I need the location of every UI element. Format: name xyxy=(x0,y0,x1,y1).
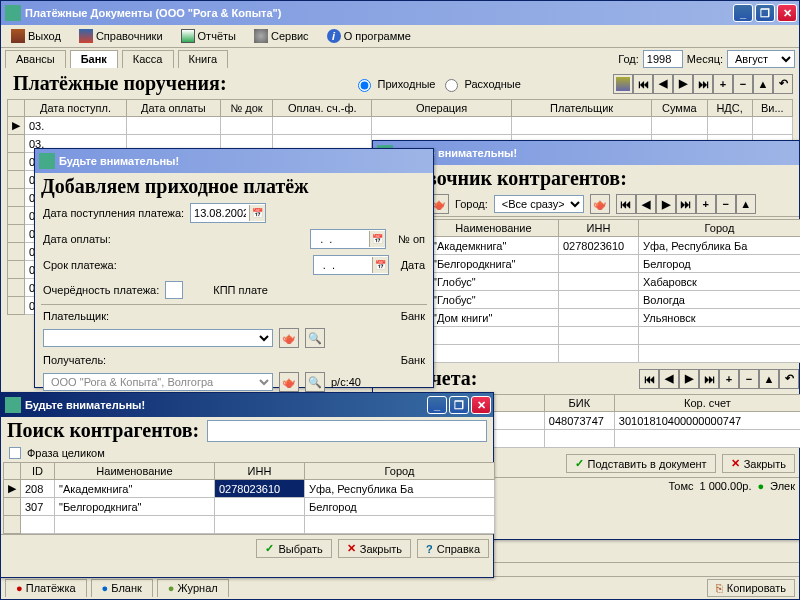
col-payer[interactable]: Плательщик xyxy=(512,100,652,117)
table-row: ▶208"Академкнига"0278023610Уфа, Республи… xyxy=(376,237,801,255)
table-row xyxy=(376,327,801,345)
col-op[interactable]: Операция xyxy=(372,100,512,117)
tab-bank[interactable]: Банк xyxy=(70,50,118,68)
nav-last[interactable]: ⏭ xyxy=(676,194,696,214)
nav-add[interactable]: + xyxy=(696,194,716,214)
copy-button[interactable]: ⎘Копировать xyxy=(707,579,795,597)
nav-next[interactable]: ▶ xyxy=(673,74,693,94)
btab-payment[interactable]: ● Платёжка xyxy=(5,579,87,597)
nav-del[interactable]: − xyxy=(716,194,736,214)
add-heading: Добавляем приходное платёж xyxy=(35,173,433,200)
radio-outgoing[interactable] xyxy=(445,79,458,92)
city-select[interactable]: <Все сразу> xyxy=(494,195,584,213)
col-no[interactable]: № док xyxy=(220,100,272,117)
table-row: 440"Глобус"Хабаровск xyxy=(376,273,801,291)
minimize-button[interactable]: _ xyxy=(427,396,447,414)
main-titlebar: Платёжные Документы (ООО "Рога & Копыта"… xyxy=(1,1,799,25)
table-row xyxy=(4,516,495,534)
kettle-icon[interactable]: 🫖 xyxy=(279,328,299,348)
col-more[interactable]: Ви... xyxy=(752,100,792,117)
menu-refs[interactable]: Справочники xyxy=(73,27,169,45)
ref-grid: IDНаименованиеИННГород ▶208"Академкнига"… xyxy=(375,219,800,363)
add-window: Будьте внимательны! Добавляем приходное … xyxy=(34,148,434,388)
table-row: 531"Дом книги"Ульяновск xyxy=(376,309,801,327)
table-row: 307"Белгородкнига"Белгород xyxy=(4,498,495,516)
ref-close-button[interactable]: ✕Закрыть xyxy=(722,454,795,473)
col-sum[interactable]: Сумма xyxy=(652,100,707,117)
btab-blank[interactable]: ● Бланк xyxy=(91,579,153,597)
close-button[interactable]: ✕ xyxy=(777,4,797,22)
col-paid-inv[interactable]: Оплач. сч.-ф. xyxy=(273,100,372,117)
main-title: Платёжные Документы (ООО "Рога & Копыта"… xyxy=(25,7,733,19)
search-input[interactable] xyxy=(207,420,487,442)
report-icon xyxy=(181,29,195,43)
filter-icon[interactable] xyxy=(613,74,633,94)
ref-toolbar: 📄 📋 🫖 Город: <Все сразу> 🫖 ⏮ ◀ ▶ ⏭ + − ▲ xyxy=(373,192,799,217)
year-input[interactable] xyxy=(643,50,683,68)
nav-edit[interactable]: ▲ xyxy=(736,194,756,214)
whole-phrase-checkbox[interactable] xyxy=(9,447,21,459)
tab-advances[interactable]: Авансы xyxy=(5,50,66,68)
table-row: 593"Глобус"Вологда xyxy=(376,291,801,309)
tab-cash[interactable]: Касса xyxy=(122,50,174,68)
table-row: ▶03. xyxy=(8,117,793,135)
ref-title: Будьте внимательны! xyxy=(397,147,797,159)
payee-select[interactable]: ООО "Рога & Копыта", Волгогра xyxy=(43,373,273,391)
nav-first[interactable]: ⏮ xyxy=(616,194,636,214)
calendar-icon[interactable]: 📅 xyxy=(369,231,385,247)
page-heading: Платёжные поручения: xyxy=(7,70,233,97)
date-pay-input[interactable] xyxy=(311,232,369,246)
nav-add[interactable]: + xyxy=(713,74,733,94)
main-tabs: Авансы Банк Касса Книга Год: Месяц: Авгу… xyxy=(1,48,799,70)
kettle-icon-2[interactable]: 🫖 xyxy=(590,194,610,214)
col-date-in[interactable]: Дата поступл. xyxy=(25,100,127,117)
menu-exit[interactable]: Выход xyxy=(5,27,67,45)
insert-button[interactable]: ✓Подставить в документ xyxy=(566,454,716,473)
btab-journal[interactable]: ● Журнал xyxy=(157,579,229,597)
month-select[interactable]: Август xyxy=(727,50,795,68)
menu-service[interactable]: Сервис xyxy=(248,27,315,45)
select-button[interactable]: ✓Выбрать xyxy=(256,539,331,558)
payer-select[interactable] xyxy=(43,329,273,347)
nav-first[interactable]: ⏮ xyxy=(633,74,653,94)
ref-heading: Справочник контрагентов: xyxy=(373,165,799,192)
books-icon xyxy=(79,29,93,43)
nav-edit[interactable]: ▲ xyxy=(753,74,773,94)
due-input[interactable] xyxy=(314,258,372,272)
minimize-button[interactable]: _ xyxy=(733,4,753,22)
maximize-button[interactable]: ❐ xyxy=(755,4,775,22)
order-input[interactable] xyxy=(165,281,183,299)
gear-icon xyxy=(254,29,268,43)
col-date-pay[interactable]: Дата оплаты xyxy=(126,100,220,117)
month-label: Месяц: xyxy=(687,53,723,65)
ref-nav: ⏮ ◀ ▶ ⏭ + − ▲ xyxy=(616,194,756,214)
search-close-button[interactable]: ✕Закрыть xyxy=(338,539,411,558)
nav-del[interactable]: − xyxy=(733,74,753,94)
nav-next[interactable]: ▶ xyxy=(656,194,676,214)
help-button[interactable]: ?Справка xyxy=(417,539,489,558)
nav-prev[interactable]: ◀ xyxy=(636,194,656,214)
nav-last[interactable]: ⏭ xyxy=(693,74,713,94)
search-heading: Поиск контрагентов: xyxy=(7,419,199,442)
app-icon xyxy=(5,5,21,21)
tab-book[interactable]: Книга xyxy=(178,50,229,68)
calendar-icon[interactable]: 📅 xyxy=(249,205,265,221)
menu-reports[interactable]: Отчёты xyxy=(175,27,242,45)
close-button[interactable]: ✕ xyxy=(471,396,491,414)
add-title: Будьте внимательны! xyxy=(59,155,431,167)
nav-undo[interactable]: ↶ xyxy=(773,74,793,94)
date-in-input[interactable] xyxy=(191,206,249,220)
city-label: Город: xyxy=(455,198,488,210)
col-vat[interactable]: НДС, xyxy=(707,100,752,117)
search-title: Будьте внимательны! xyxy=(25,399,427,411)
calendar-icon[interactable]: 📅 xyxy=(372,257,388,273)
menu-about[interactable]: iО программе xyxy=(321,27,417,45)
maximize-button[interactable]: ❐ xyxy=(449,396,469,414)
main-menubar: Выход Справочники Отчёты Сервис iО прогр… xyxy=(1,25,799,48)
add-titlebar: Будьте внимательны! xyxy=(35,149,433,173)
nav-prev[interactable]: ◀ xyxy=(653,74,673,94)
search-window: Будьте внимательны! _ ❐ ✕ Поиск контраге… xyxy=(0,392,494,578)
lookup-icon[interactable]: 🔍 xyxy=(305,328,325,348)
radio-incoming[interactable] xyxy=(358,79,371,92)
search-titlebar: Будьте внимательны! _ ❐ ✕ xyxy=(1,393,493,417)
